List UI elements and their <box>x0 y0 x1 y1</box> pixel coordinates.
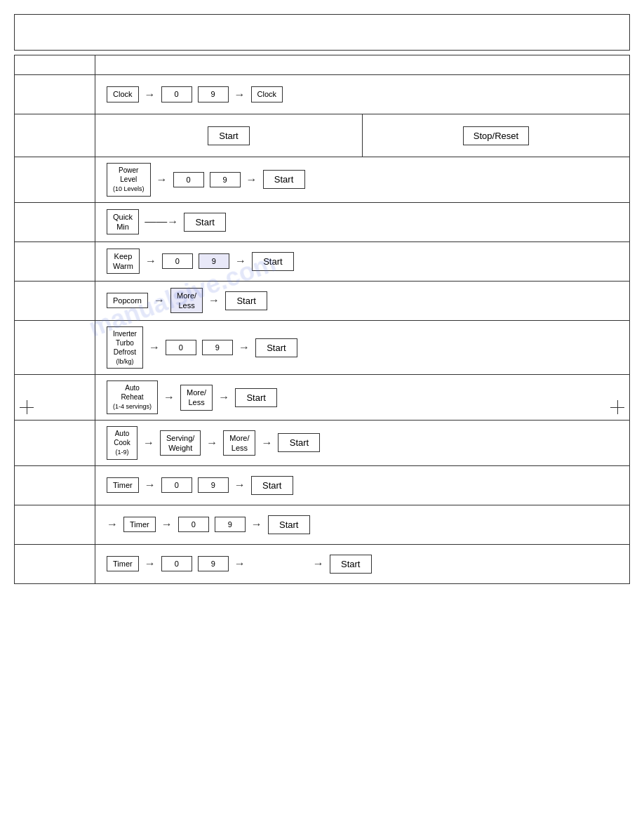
table-row: PowerLevel(10 Levels) → 0 9 → Start <box>15 157 630 203</box>
arrow-5: → <box>145 255 156 267</box>
table-row: Popcorn → More/Less → Start <box>15 281 630 320</box>
keepwarm-sequence: KeepWarm → 0 9 → Start <box>95 242 629 281</box>
table-row: AutoReheat(1-4 servings) → More/Less → S… <box>15 375 630 421</box>
digit-9-6[interactable]: 9 <box>215 517 246 532</box>
digit-0-3[interactable]: 0 <box>162 253 193 269</box>
start-button-quickmin[interactable]: Start <box>184 213 226 232</box>
arrow-13: → <box>143 437 154 449</box>
start-button-timer1[interactable]: Start <box>251 476 293 495</box>
quickmin-button[interactable]: QuickMin <box>107 209 139 235</box>
servingweight-button[interactable]: Serving/Weight <box>160 430 201 456</box>
moreless-autoreheat[interactable]: More/Less <box>180 385 213 411</box>
start-button-powerlevel[interactable]: Start <box>263 170 305 189</box>
arrow-1: → <box>145 88 156 101</box>
digit-9-4[interactable]: 9 <box>202 340 233 355</box>
row-content-popcorn: Popcorn → More/Less → Start <box>95 281 630 320</box>
digit-9-7[interactable]: 9 <box>198 556 229 571</box>
clock-button-1[interactable]: Clock <box>107 86 139 102</box>
digit-0-1[interactable]: 0 <box>161 86 192 102</box>
moreless-autocook[interactable]: More/Less <box>223 430 255 456</box>
header-row <box>15 55 630 75</box>
start-button-timer3[interactable]: Start <box>330 555 372 574</box>
arrow-17: → <box>234 479 246 491</box>
main-table: Clock → 0 9 → Clock Start S <box>14 55 630 584</box>
autoreheat-sequence: AutoReheat(1-4 servings) → More/Less → S… <box>95 375 629 420</box>
arrow-18: → <box>107 518 118 531</box>
timer-button-2[interactable]: Timer <box>123 517 156 532</box>
row-content-timer1: Timer → 0 9 → Start <box>95 465 630 505</box>
arrow-4: → <box>246 173 257 186</box>
digit-0-6[interactable]: 0 <box>178 517 209 532</box>
start-button-autoreheat[interactable]: Start <box>235 388 277 407</box>
row-content-autoreheat: AutoReheat(1-4 servings) → More/Less → S… <box>95 375 630 421</box>
timer-button-3[interactable]: Timer <box>107 556 139 571</box>
clock-sequence: Clock → 0 9 → Clock <box>95 75 629 114</box>
digit-0-4[interactable]: 0 <box>166 340 196 355</box>
arrow-3: → <box>156 173 168 186</box>
row-label-powerlevel <box>15 157 95 203</box>
row-content-timer2: → Timer → 0 9 → Start <box>95 505 630 544</box>
header-content-col <box>95 55 630 75</box>
popcorn-button[interactable]: Popcorn <box>107 293 148 308</box>
moreless-popcorn[interactable]: More/Less <box>170 288 203 314</box>
digit-0-7[interactable]: 0 <box>161 556 192 571</box>
row-content-keepwarm: KeepWarm → 0 9 → Start <box>95 241 630 281</box>
defrost-button[interactable]: InverterTurboDefrost(lb/kg) <box>107 326 143 369</box>
arrow-23: → <box>313 557 324 570</box>
header-label-col <box>15 55 95 75</box>
start-button-defrost[interactable]: Start <box>255 338 297 357</box>
row-content-startstop: Start Stop/Reset <box>95 114 630 157</box>
row-label-timer3 <box>15 544 95 583</box>
digit-9-5[interactable]: 9 <box>198 477 229 493</box>
crosshair-left <box>20 400 34 414</box>
timer3-sequence: Timer → 0 9 → → Start <box>95 545 629 583</box>
row-content-quickmin: QuickMin ——→ Start <box>95 202 630 241</box>
crosshair-right <box>610 400 624 414</box>
start-button[interactable]: Start <box>208 126 250 145</box>
defrost-sequence: InverterTurboDefrost(lb/kg) → 0 9 → Star… <box>95 321 629 375</box>
row-label-quickmin <box>15 202 95 241</box>
digit-0-2[interactable]: 0 <box>173 172 204 187</box>
digit-0-5[interactable]: 0 <box>161 477 192 493</box>
timer-button-1[interactable]: Timer <box>107 477 139 493</box>
stopreset-button[interactable]: Stop/Reset <box>463 126 529 145</box>
row-content-timer3: Timer → 0 9 → → Start <box>95 544 630 583</box>
clock-button-2[interactable]: Clock <box>251 86 283 102</box>
timer2-sequence: → Timer → 0 9 → Start <box>95 505 629 544</box>
split-row: Start Stop/Reset <box>95 114 629 157</box>
top-bar <box>14 14 630 51</box>
row-content-autocook: AutoCook(1-9) → Serving/Weight → More/Le… <box>95 421 630 466</box>
digit-9-1[interactable]: 9 <box>198 86 229 102</box>
table-row: AutoCook(1-9) → Serving/Weight → More/Le… <box>15 421 630 466</box>
autocook-sequence: AutoCook(1-9) → Serving/Weight → More/Le… <box>95 421 629 465</box>
autoreheat-button[interactable]: AutoReheat(1-4 servings) <box>107 380 158 414</box>
table-row: KeepWarm → 0 9 → Start <box>15 241 630 281</box>
arrow-7: → <box>154 294 165 307</box>
row-label-popcorn <box>15 281 95 320</box>
row-label-autocook <box>15 421 95 466</box>
arrow-11: → <box>163 391 175 404</box>
arrow-9: → <box>149 341 160 354</box>
start-button-popcorn[interactable]: Start <box>225 291 267 310</box>
start-button-timer2[interactable]: Start <box>268 515 310 534</box>
row-label-defrost <box>15 320 95 375</box>
powerlevel-sequence: PowerLevel(10 Levels) → 0 9 → Start <box>95 157 629 202</box>
arrow-15: → <box>261 437 272 449</box>
start-button-autocook[interactable]: Start <box>278 433 320 452</box>
quickmin-sequence: QuickMin ——→ Start <box>95 203 629 241</box>
arrow-21: → <box>145 557 156 570</box>
table-row: QuickMin ——→ Start <box>15 202 630 241</box>
arrow-2: → <box>234 88 246 101</box>
arrow-8: → <box>208 294 220 307</box>
arrow-16: → <box>145 479 156 491</box>
digit-9-2[interactable]: 9 <box>210 172 241 187</box>
autocook-button[interactable]: AutoCook(1-9) <box>107 426 137 460</box>
powerlevel-button[interactable]: PowerLevel(10 Levels) <box>107 163 151 197</box>
start-button-keepwarm[interactable]: Start <box>252 252 294 271</box>
digit-9-3[interactable]: 9 <box>199 253 229 269</box>
row-content-defrost: InverterTurboDefrost(lb/kg) → 0 9 → Star… <box>95 320 630 375</box>
timer1-sequence: Timer → 0 9 → Start <box>95 466 629 505</box>
keepwarm-button[interactable]: KeepWarm <box>107 249 140 274</box>
stopreset-half: Stop/Reset <box>363 114 629 157</box>
arrow-19: → <box>161 518 173 531</box>
